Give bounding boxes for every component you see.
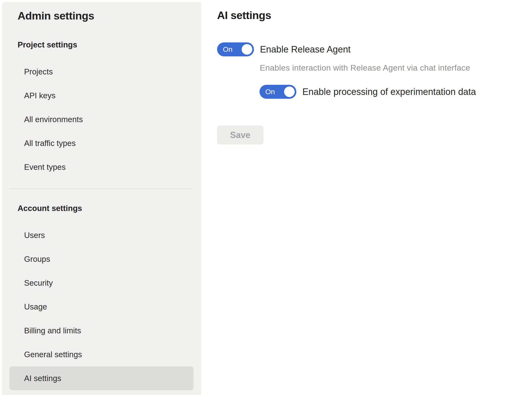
account-settings-nav: Users Groups Security Usage Billing and … (9, 223, 193, 390)
sidebar-item-api-keys[interactable]: API keys (9, 84, 193, 107)
release-agent-description: Enables interaction with Release Agent v… (260, 63, 532, 73)
experimentation-data-toggle-label: Enable processing of experimentation dat… (302, 87, 476, 97)
enable-experimentation-data-toggle[interactable]: On (259, 85, 296, 99)
sidebar-item-users[interactable]: Users (9, 223, 193, 247)
admin-settings-sidebar: Admin settings Project settings Projects… (2, 2, 201, 395)
sidebar-item-event-types[interactable]: Event types (9, 155, 193, 179)
toggle-state-label: On (223, 46, 233, 53)
toggle-knob (284, 86, 295, 97)
section-header-account-settings: Account settings (18, 196, 201, 220)
admin-settings-page: Admin settings Project settings Projects… (0, 0, 532, 395)
enable-release-agent-toggle[interactable]: On (217, 42, 254, 56)
sidebar-item-billing-and-limits[interactable]: Billing and limits (9, 319, 193, 342)
sidebar-item-ai-settings[interactable]: AI settings (9, 366, 193, 390)
sidebar-item-security[interactable]: Security (9, 271, 193, 295)
section-header-project-settings: Project settings (18, 33, 201, 57)
sidebar-item-all-traffic-types[interactable]: All traffic types (9, 131, 193, 155)
sidebar-item-groups[interactable]: Groups (9, 247, 193, 271)
release-agent-toggle-row: On Enable Release Agent (217, 42, 532, 56)
toggle-knob (242, 44, 252, 55)
toggle-state-label: On (265, 88, 275, 95)
sidebar-item-projects[interactable]: Projects (9, 60, 193, 84)
sidebar-item-all-environments[interactable]: All environments (9, 107, 193, 131)
sidebar-divider (9, 189, 193, 189)
sidebar-title: Admin settings (18, 9, 201, 23)
page-title: AI settings (217, 9, 532, 21)
project-settings-nav: Projects API keys All environments All t… (9, 60, 193, 179)
release-agent-toggle-label: Enable Release Agent (260, 44, 351, 55)
sidebar-item-general-settings[interactable]: General settings (9, 342, 193, 366)
save-button[interactable]: Save (217, 125, 263, 145)
experimentation-data-toggle-row: On Enable processing of experimentation … (259, 85, 532, 99)
ai-settings-panel: AI settings On Enable Release Agent Enab… (201, 0, 532, 395)
sidebar-item-usage[interactable]: Usage (9, 295, 193, 319)
